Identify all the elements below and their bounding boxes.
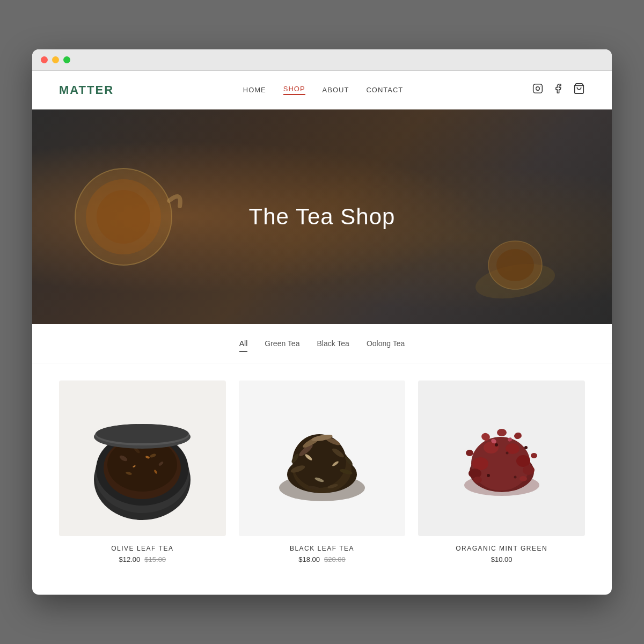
svg-point-55	[497, 429, 507, 436]
hero-title: The Tea Shop	[249, 204, 396, 230]
product-info-1: OLIVE LEAF TEA $12.00 $15.00	[59, 536, 226, 568]
svg-point-1	[536, 87, 540, 91]
logo[interactable]: MATTER	[59, 83, 114, 97]
cart-icon[interactable]	[573, 83, 585, 97]
hero-teapot	[64, 158, 193, 276]
products-section: OLIVE LEAF TEA $12.00 $15.00	[32, 380, 612, 595]
minimize-button[interactable]	[52, 56, 59, 63]
product-name-2: BLACK LEAF TEA	[243, 545, 401, 552]
nav-contact[interactable]: CONTACT	[366, 86, 403, 94]
hero-section: The Tea Shop	[32, 109, 612, 324]
product-image-3	[418, 380, 585, 536]
price-original-1: $15.00	[144, 555, 166, 564]
svg-point-25	[96, 424, 188, 443]
product-name-1: OLIVE LEAF TEA	[63, 545, 222, 552]
browser-chrome	[32, 49, 612, 71]
svg-point-51	[469, 469, 481, 478]
product-price-3: $10.00	[422, 555, 581, 564]
product-name-3: ORAGANIC MINT GREEN	[422, 545, 581, 552]
main-nav: HOME SHOP ABOUT CONTACT	[243, 85, 404, 95]
filter-all[interactable]: All	[239, 339, 248, 352]
product-price-2: $18.00 $20.00	[243, 555, 401, 564]
svg-point-61	[519, 476, 527, 481]
price-sale-3: $10.00	[491, 555, 513, 564]
svg-point-65	[514, 476, 516, 479]
product-image-1	[59, 380, 226, 536]
facebook-icon[interactable]	[553, 83, 564, 97]
nav-home[interactable]: HOME	[243, 86, 266, 94]
svg-point-52	[523, 465, 535, 475]
svg-point-63	[506, 452, 508, 455]
maximize-button[interactable]	[63, 56, 70, 63]
products-grid: OLIVE LEAF TEA $12.00 $15.00	[59, 380, 585, 568]
site-header: MATTER HOME SHOP ABOUT CONTACT	[32, 71, 612, 109]
svg-point-6	[97, 190, 150, 244]
filter-black-tea[interactable]: Black Tea	[317, 339, 349, 352]
nav-about[interactable]: ABOUT	[323, 86, 349, 94]
svg-point-66	[524, 446, 528, 449]
product-info-3: ORAGANIC MINT GREEN $10.00	[418, 536, 585, 568]
product-info-2: BLACK LEAF TEA $18.00 $20.00	[239, 536, 406, 568]
close-button[interactable]	[41, 56, 48, 63]
product-card-1[interactable]: OLIVE LEAF TEA $12.00 $15.00	[59, 380, 226, 568]
svg-point-48	[516, 455, 530, 467]
product-card-3[interactable]: ORAGANIC MINT GREEN $10.00	[418, 380, 585, 568]
svg-point-9	[496, 249, 534, 281]
svg-point-60	[473, 477, 482, 483]
svg-point-2	[540, 86, 540, 86]
nav-shop[interactable]: SHOP	[283, 85, 305, 95]
filter-green-tea[interactable]: Green Tea	[265, 339, 299, 352]
price-sale-2: $18.00	[298, 555, 320, 564]
product-card-2[interactable]: BLACK LEAF TEA $18.00 $20.00	[239, 380, 406, 568]
browser-window: MATTER HOME SHOP ABOUT CONTACT	[32, 49, 612, 595]
instagram-icon[interactable]	[532, 83, 543, 97]
filter-tabs: All Green Tea Black Tea Oolong Tea	[32, 324, 612, 363]
olive-leaf-tea-image	[78, 394, 207, 523]
hero-teacup	[472, 228, 558, 303]
price-original-2: $20.00	[324, 555, 346, 564]
svg-point-47	[472, 457, 488, 470]
header-icons	[532, 83, 585, 97]
svg-point-64	[487, 474, 490, 477]
price-sale-1: $12.00	[119, 555, 141, 564]
svg-point-62	[495, 443, 498, 447]
svg-rect-0	[533, 84, 543, 93]
product-image-2	[239, 380, 406, 536]
svg-point-54	[513, 431, 522, 440]
svg-point-56	[466, 450, 473, 456]
mint-green-tea-image	[437, 394, 566, 523]
black-leaf-tea-image	[258, 394, 386, 523]
filter-oolong-tea[interactable]: Oolong Tea	[367, 339, 405, 352]
product-price-1: $12.00 $15.00	[63, 555, 222, 564]
svg-point-57	[531, 453, 537, 458]
